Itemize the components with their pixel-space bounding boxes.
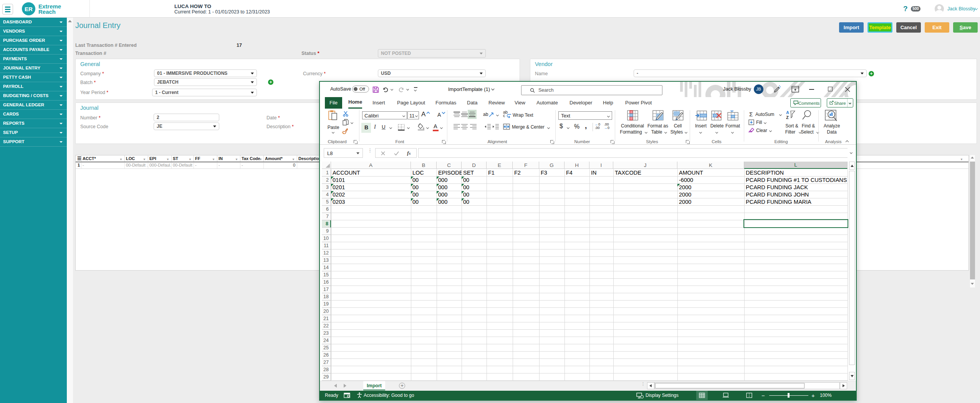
svg-text:A: A (786, 110, 789, 115)
svg-text:Z: Z (786, 115, 789, 120)
